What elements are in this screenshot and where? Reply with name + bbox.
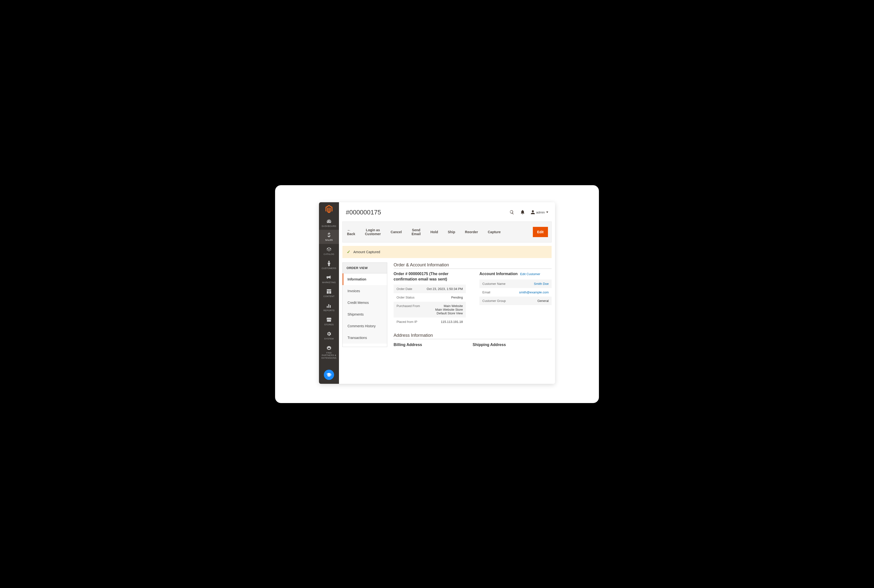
customer-group-label: Customer Group — [482, 299, 509, 303]
search-icon[interactable] — [510, 210, 514, 214]
help-button[interactable] — [324, 370, 334, 380]
user-label: admin — [536, 210, 545, 214]
sidebar-item-stores[interactable]: STORES — [319, 314, 339, 328]
gauge-icon — [326, 218, 332, 224]
back-label: Back — [347, 232, 355, 236]
sidebar-label: CUSTOMERS — [322, 267, 336, 270]
order-info-table: Order Date Oct 23, 2023, 1:50:34 PM Orde… — [394, 285, 466, 326]
sidebar-label: REPORTS — [323, 309, 334, 312]
order-nav-transactions[interactable]: Transactions — [343, 332, 387, 344]
sidebar-label: CONTENT — [323, 295, 335, 298]
send-email-line1: Send — [412, 228, 420, 232]
sidebar-item-marketing[interactable]: MARKETING — [319, 272, 339, 286]
login-as-customer-button[interactable]: Login as Customer — [360, 226, 385, 238]
cancel-button[interactable]: Cancel — [386, 228, 407, 236]
send-email-button[interactable]: Send Email — [407, 226, 426, 238]
sidebar-item-catalog[interactable]: CATALOG — [319, 244, 339, 258]
sidebar-label: MARKETING — [322, 281, 336, 284]
purchased-from-value: Main Website Main Website Store Default … — [423, 304, 463, 315]
person-icon — [327, 261, 331, 266]
placed-ip-label: Placed from IP — [397, 320, 423, 324]
gear-icon — [327, 331, 331, 337]
purchased-l3: Default Store View — [423, 311, 463, 315]
sidebar-label: CATALOG — [323, 253, 334, 256]
order-nav-header: ORDER VIEW — [343, 262, 387, 273]
back-button[interactable]: ← Back — [346, 226, 360, 238]
purchased-from-label: Purchased From — [397, 304, 423, 315]
reorder-button[interactable]: Reorder — [460, 228, 483, 236]
send-email-line2: Email — [412, 232, 421, 236]
order-nav-shipments[interactable]: Shipments — [343, 309, 387, 320]
section-address: Address Information — [394, 333, 552, 339]
account-info-table: Customer Name Smith Doe Email smith@exam… — [480, 279, 552, 305]
box-icon — [326, 246, 331, 252]
purchased-l1: Main Website — [423, 304, 463, 308]
sidebar-item-customers[interactable]: CUSTOMERS — [319, 258, 339, 272]
edit-customer-link[interactable]: Edit Customer — [520, 272, 540, 276]
bell-icon[interactable] — [520, 210, 525, 214]
order-nav-invoices[interactable]: Invoices — [343, 285, 387, 297]
success-text: Amount Captured — [354, 250, 380, 254]
sidebar-label: SYSTEM — [324, 338, 334, 340]
order-date-value: Oct 23, 2023, 1:50:34 PM — [423, 287, 463, 291]
customer-email-label: Email — [482, 291, 509, 294]
order-date-label: Order Date — [397, 287, 423, 291]
bars-icon — [327, 303, 331, 309]
placed-ip-value: 115.113.191.18 — [423, 320, 463, 324]
layout-icon — [327, 288, 331, 294]
shipping-address-label: Shipping Address — [472, 343, 552, 347]
page-header: #000000175 admin — [339, 202, 555, 222]
sidebar-item-sales[interactable]: SALES — [319, 230, 339, 244]
order-sub-title: Order # 000000175 (The order confirmatio… — [394, 271, 466, 282]
sidebar-label: DASHBOARD — [322, 225, 336, 228]
sidebar-item-reports[interactable]: REPORTS — [319, 300, 339, 314]
customer-name-link[interactable]: Smith Doe — [509, 282, 549, 286]
account-title-text: Account Information — [480, 272, 517, 276]
order-view-nav: ORDER VIEW Information Invoices Credit M… — [342, 262, 387, 347]
admin-sidebar: DASHBOARD SALES CATALOG CUSTOMERS MARKET… — [319, 202, 339, 384]
order-nav-credit-memos[interactable]: Credit Memos — [343, 297, 387, 309]
billing-address-label: Billing Address — [394, 343, 472, 347]
customer-email-link[interactable]: smith@example.com — [509, 291, 549, 294]
login-as-line2: Customer — [365, 232, 381, 236]
magento-logo — [319, 202, 339, 216]
customer-group-value: General — [509, 299, 549, 303]
order-nav-comments-history[interactable]: Comments History — [343, 320, 387, 332]
order-status-value: Pending — [423, 296, 463, 299]
sidebar-label: SALES — [325, 239, 333, 242]
sidebar-item-dashboard[interactable]: DASHBOARD — [319, 216, 339, 230]
hold-button[interactable]: Hold — [426, 228, 443, 236]
sidebar-item-partners[interactable]: FIND PARTNERS & EXTENSIONS — [319, 343, 339, 362]
section-order-account: Order & Account Information — [394, 262, 552, 269]
dollar-icon — [327, 232, 331, 238]
login-as-line1: Login as — [366, 228, 380, 232]
chevron-down-icon — [546, 212, 548, 213]
capture-button[interactable]: Capture — [483, 228, 505, 236]
order-toolbar: ← Back Login as Customer Cancel Send Ema… — [342, 222, 552, 243]
check-icon: ✓ — [347, 249, 351, 255]
puzzle-icon — [326, 345, 331, 351]
purchased-l2: Main Website Store — [423, 308, 463, 311]
order-status-label: Order Status — [397, 296, 423, 299]
success-message: ✓ Amount Captured — [342, 246, 552, 258]
page-title: #000000175 — [346, 208, 381, 216]
sidebar-label: FIND PARTNERS & EXTENSIONS — [320, 352, 338, 359]
storefront-icon — [326, 317, 331, 322]
sidebar-item-system[interactable]: SYSTEM — [319, 328, 339, 343]
graduation-cap-icon — [326, 373, 332, 377]
sidebar-item-content[interactable]: CONTENT — [319, 286, 339, 300]
edit-button[interactable]: Edit — [533, 227, 548, 237]
customer-name-label: Customer Name — [482, 282, 509, 286]
megaphone-icon — [326, 274, 331, 280]
user-icon — [531, 210, 535, 214]
user-menu[interactable]: admin — [531, 210, 548, 214]
order-nav-information[interactable]: Information — [343, 273, 387, 285]
sidebar-label: STORES — [324, 323, 334, 326]
ship-button[interactable]: Ship — [443, 228, 460, 236]
account-sub-title: Account Information Edit Customer — [480, 271, 552, 277]
